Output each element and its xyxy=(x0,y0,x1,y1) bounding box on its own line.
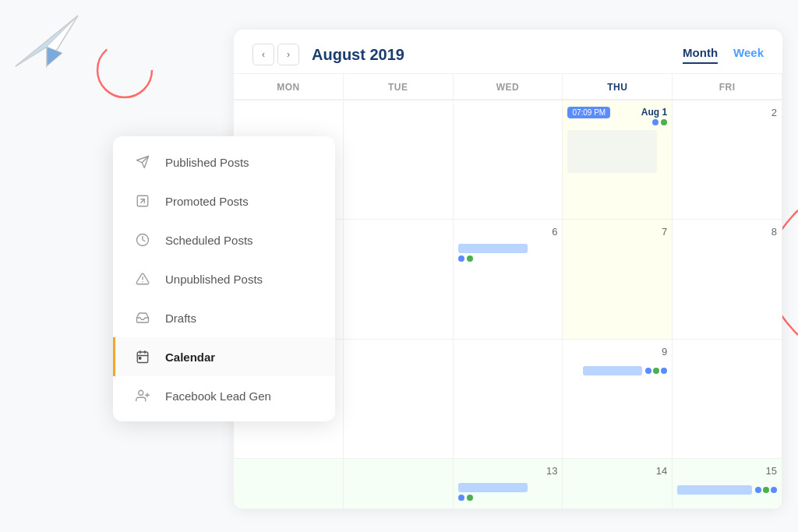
day-num-13: 13 xyxy=(458,465,558,477)
day-num-8: 8 xyxy=(677,226,777,238)
nav-buttons: ‹ › xyxy=(252,44,299,65)
month-view-button[interactable]: Month xyxy=(683,46,718,64)
time-badge: 07:09 PM xyxy=(567,107,610,118)
sidebar-item-promoted[interactable]: Promoted Posts xyxy=(113,181,335,220)
next-month-button[interactable]: › xyxy=(277,44,299,65)
svg-point-22 xyxy=(139,390,143,395)
dot1 xyxy=(458,255,464,262)
cell-fri-2[interactable]: 2 xyxy=(673,100,782,220)
cell-wed-r2b[interactable] xyxy=(454,340,563,459)
cell-fri-8[interactable]: 8 xyxy=(673,220,782,339)
cell-thu-7[interactable]: 7 xyxy=(563,220,673,339)
calendar-header: ‹ › August 2019 Month Week xyxy=(234,30,782,74)
d2 xyxy=(763,487,769,493)
svg-rect-21 xyxy=(139,358,141,359)
cell-tue-empty[interactable] xyxy=(344,100,454,220)
prev-month-button[interactable]: ‹ xyxy=(252,44,274,65)
day-num-6: 6 xyxy=(458,226,558,238)
day-header-mon: MON xyxy=(234,74,344,100)
sidebar-label-facebook: Facebook Lead Gen xyxy=(165,389,271,403)
event-bar-13 xyxy=(458,483,528,492)
calendar-title: August 2019 xyxy=(312,46,404,64)
cell-mon-r3[interactable] xyxy=(234,459,344,509)
day-header-thu: THU xyxy=(563,74,673,100)
svg-marker-2 xyxy=(47,47,62,66)
red-swirl-decoration xyxy=(78,23,171,117)
dot-green xyxy=(661,119,667,125)
sidebar-label-promoted: Promoted Posts xyxy=(165,195,249,208)
cell-wed-6[interactable]: 6 xyxy=(454,220,563,339)
cell-thu-9[interactable]: 9 xyxy=(563,340,673,459)
d1 xyxy=(755,487,761,493)
sidebar-item-published[interactable]: Published Posts xyxy=(113,143,335,181)
d2 xyxy=(467,495,473,501)
event-bar-wed6 xyxy=(458,244,528,253)
day-header-tue: TUE xyxy=(344,74,454,100)
d3 xyxy=(771,487,777,493)
aug1-dots xyxy=(641,119,667,125)
inbox-icon xyxy=(134,309,151,326)
d1 xyxy=(645,368,651,374)
cell-tue-r3[interactable] xyxy=(344,459,454,509)
day-num-7: 7 xyxy=(567,226,667,238)
dot-blue xyxy=(652,119,659,125)
cell-wed-13[interactable]: 13 xyxy=(454,459,563,509)
sidebar-label-unpublished: Unpublished Posts xyxy=(165,273,263,286)
day-num-15: 15 xyxy=(677,465,777,477)
cell-thu-14[interactable]: 14 xyxy=(563,459,673,509)
day-headers: MON TUE WED THU FRI xyxy=(234,74,782,100)
cell-thu-aug1[interactable]: 07:09 PM Aug 1 xyxy=(563,100,673,220)
d3 xyxy=(661,368,667,374)
dots-13 xyxy=(458,495,558,501)
day-header-fri: FRI xyxy=(673,74,782,100)
dots-wed6 xyxy=(458,255,558,262)
clock-icon xyxy=(134,231,151,248)
cell-tue-r2b[interactable] xyxy=(344,340,454,459)
day-num-9: 9 xyxy=(567,346,667,358)
d1 xyxy=(458,495,464,501)
day-num-2: 2 xyxy=(677,107,777,118)
view-toggle: Month Week xyxy=(683,46,764,64)
sidebar-item-unpublished[interactable]: Unpublished Posts xyxy=(113,259,335,298)
sidebar-label-scheduled: Scheduled Posts xyxy=(165,234,253,247)
svg-point-4 xyxy=(97,43,152,97)
event-bar-9 xyxy=(583,366,643,375)
sidebar-item-scheduled[interactable]: Scheduled Posts xyxy=(113,220,335,259)
paper-plane-decoration xyxy=(12,8,82,70)
week-view-button[interactable]: Week xyxy=(733,46,764,64)
dots-15 xyxy=(755,487,777,493)
sidebar-item-drafts[interactable]: Drafts xyxy=(113,298,335,337)
sidebar-item-facebook[interactable]: Facebook Lead Gen xyxy=(113,376,335,415)
sidebar-label-calendar: Calendar xyxy=(165,351,215,364)
sidebar-label-published: Published Posts xyxy=(165,156,249,169)
calendar-icon xyxy=(134,348,151,365)
sidebar-label-drafts: Drafts xyxy=(165,312,196,325)
aug1-label: Aug 1 xyxy=(641,107,667,118)
cell-wed-empty[interactable] xyxy=(454,100,563,220)
user-plus-icon xyxy=(134,387,151,404)
send-icon xyxy=(134,153,151,171)
warning-icon xyxy=(134,270,151,287)
cell-tue-r2[interactable] xyxy=(344,220,454,339)
dot2 xyxy=(467,255,473,262)
event-bar-15 xyxy=(677,485,752,495)
d2 xyxy=(653,368,659,374)
day-num-14: 14 xyxy=(567,465,667,477)
sidebar-item-calendar[interactable]: Calendar xyxy=(113,337,335,376)
sidebar-menu: Published Posts Promoted Posts Scheduled… xyxy=(113,136,335,421)
cell-fri-r2b[interactable] xyxy=(673,340,782,459)
day-header-wed: WED xyxy=(454,74,563,100)
arrow-up-right-icon xyxy=(134,192,151,210)
cell-fri-15[interactable]: 15 xyxy=(673,459,782,509)
dots-9 xyxy=(645,368,667,374)
